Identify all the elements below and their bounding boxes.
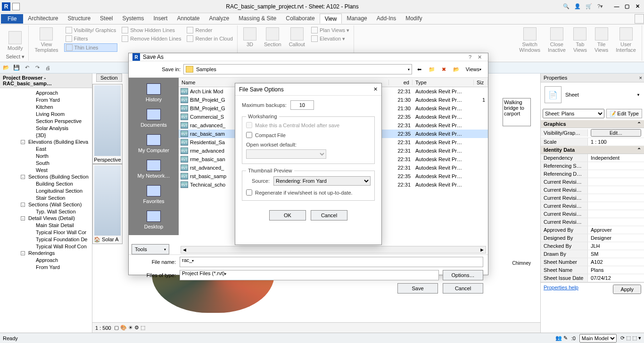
properties-help-link[interactable]: Properties help (544, 285, 578, 294)
callout-button[interactable]: Callout (286, 26, 308, 48)
menu-architecture[interactable]: Architecture (23, 14, 63, 24)
pb-item[interactable]: ⋯Solar Analysis (0, 124, 92, 131)
qt-print-icon[interactable]: 🖨 (43, 64, 52, 72)
zoom-label[interactable]: 1 : 500 (95, 325, 111, 331)
elevation-button[interactable]: Elevation ▾ (310, 35, 351, 42)
pb-item[interactable]: ⋯Stair Section (0, 194, 92, 201)
new-folder-icon[interactable]: 📂 (452, 65, 461, 74)
select-group-label[interactable]: Select ▾ (5, 54, 25, 60)
menu-annotate[interactable]: Annotate (172, 14, 204, 24)
doc-icon[interactable] (12, 3, 20, 10)
save-in-combo[interactable]: Samples ▾ (183, 64, 412, 74)
pb-item[interactable]: -Renderings (0, 250, 92, 256)
menu-analyze[interactable]: Analyze (205, 14, 234, 24)
status-icon-group[interactable]: 👥 ✎ (555, 335, 568, 341)
files-of-type-select[interactable]: Project Files (*.rvt)▾ (180, 270, 439, 280)
pb-item[interactable]: ⋯South (0, 159, 92, 166)
show-hidden-button[interactable]: Show Hidden Lines (120, 26, 182, 34)
up-folder-icon[interactable]: 📁 (427, 65, 437, 74)
delete-icon[interactable]: ✖ (439, 65, 449, 74)
place-documents[interactable]: Documents (131, 106, 176, 131)
restore-button[interactable]: ▢ (622, 3, 632, 10)
menu-collaborate[interactable]: Collaborate (281, 14, 319, 24)
tab-views-button[interactable]: Tab Views (570, 26, 590, 54)
pb-item[interactable]: ⋯From Yard (0, 96, 92, 103)
close-button[interactable]: ✕ (633, 3, 642, 10)
prop-row[interactable]: Current Revisi… (541, 218, 644, 226)
prop-row[interactable]: Scale1 : 100 (541, 138, 644, 146)
save-as-close-icon[interactable]: ✕ (475, 54, 484, 60)
properties-type[interactable]: 📄 Sheet ▼ (541, 82, 644, 107)
menu-modify[interactable]: Modify (401, 14, 427, 24)
edit-type-button[interactable]: 📝 Edit Type (606, 109, 642, 118)
col-date[interactable]: ed (389, 80, 413, 85)
section-expand-icon[interactable]: ⌃ (637, 121, 641, 127)
status-right-icons[interactable]: ⟳ ⬚ ⬚ ▾ (620, 335, 641, 341)
save-as-help-icon[interactable]: ? (465, 54, 475, 60)
prop-row[interactable]: Current Revisi… (541, 186, 644, 194)
regenerate-checkbox[interactable] (246, 189, 252, 196)
pb-item[interactable]: ⋯{3D} (0, 131, 92, 139)
filters-button[interactable]: Filters (64, 35, 118, 42)
views-menu[interactable]: Views ▾ (464, 65, 483, 74)
viewport-tab[interactable]: Section (96, 74, 122, 82)
status-workset-select[interactable]: Main Model (579, 334, 617, 343)
edit-button[interactable]: Edit… (591, 129, 641, 137)
fso-cancel-button[interactable]: Cancel (311, 210, 347, 220)
properties-apply-button[interactable]: Apply (613, 285, 641, 294)
fso-close-icon[interactable]: ✕ (373, 86, 378, 92)
file-list-scrollbar[interactable]: ◄► (181, 246, 486, 253)
prop-row[interactable]: Visibility/Grap…Edit… (541, 128, 644, 138)
view-templates-button[interactable]: View Templates (32, 26, 61, 54)
pb-item[interactable]: ⋯Typ. Wall Section (0, 208, 92, 215)
vp-icons[interactable]: ▢ 🎨 ☀ ⚙ ⬚ (114, 325, 145, 331)
thin-lines-button[interactable]: Thin Lines (64, 43, 118, 52)
help-icon[interactable]: ?▾ (596, 2, 604, 11)
close-inactive-button[interactable]: Close Inactive (545, 26, 569, 54)
menu-massingsite[interactable]: Massing & Site (234, 14, 281, 24)
pb-item[interactable]: ⋯Approach (0, 256, 92, 263)
project-browser-tree[interactable]: ⋯Approach⋯From Yard⋯Kitchen⋯Living Room⋯… (0, 88, 92, 271)
options-button[interactable]: Options… (443, 270, 483, 280)
properties-close-icon[interactable]: × (639, 75, 642, 81)
tools-button[interactable]: Tools▾ (132, 244, 169, 254)
pb-item[interactable]: ⋯Typical Foundation De (0, 236, 92, 243)
render-cloud-button[interactable]: Render in Cloud (185, 35, 234, 42)
pb-item[interactable]: ⋯Approach (0, 89, 92, 96)
thumb-solar[interactable]: 🏠 Solar A (92, 164, 123, 244)
search-icon[interactable]: 🔍 (562, 2, 570, 11)
prop-row[interactable]: Sheet NumberA102 (541, 258, 644, 266)
pb-item[interactable]: ⋯Kitchen (0, 103, 92, 110)
render-button[interactable]: Render (185, 26, 234, 34)
chevron-down-icon[interactable]: ▼ (636, 93, 640, 97)
prop-row[interactable]: Current Revisi… (541, 194, 644, 202)
prop-row[interactable]: Referencing S… (541, 162, 644, 170)
file-menu[interactable]: File (1, 14, 23, 24)
scroll-left-icon[interactable]: ◄ (182, 247, 187, 253)
prop-row[interactable]: Checked ByJLH (541, 242, 644, 250)
menu-extra-icon[interactable] (635, 14, 644, 24)
menu-view[interactable]: View (320, 14, 342, 24)
place-desktop[interactable]: Desktop (131, 208, 176, 232)
tile-views-button[interactable]: Tile Views (592, 26, 611, 54)
prop-row[interactable]: Approved ByApprover (541, 226, 644, 234)
prop-row[interactable]: Drawn BySM (541, 250, 644, 258)
pb-item[interactable]: ⋯West (0, 166, 92, 173)
modify-tool[interactable]: Modify (5, 30, 25, 52)
pb-item[interactable]: ⋯East (0, 145, 92, 152)
prop-row[interactable]: Current Revisi… (541, 210, 644, 218)
menu-steel[interactable]: Steel (95, 14, 117, 24)
max-backups-input[interactable] (290, 100, 314, 110)
menu-structure[interactable]: Structure (63, 14, 95, 24)
pb-item[interactable]: -Sections (Wall Section) (0, 201, 92, 208)
thumb-perspective[interactable]: Perspective (92, 84, 123, 164)
qt-undo-icon[interactable]: ↶ (23, 64, 31, 72)
prop-row[interactable]: Sheet Issue Date07/24/12 (541, 274, 644, 282)
source-select[interactable]: Rendering: From Yard (273, 176, 371, 186)
qt-open-icon[interactable]: 📂 (2, 64, 10, 72)
scroll-right-icon[interactable]: ► (479, 247, 485, 253)
prop-row[interactable]: Designed ByDesigner (541, 234, 644, 242)
compact-file-check[interactable]: Compact File (246, 132, 371, 138)
minimize-button[interactable]: — (612, 3, 621, 10)
plan-views-button[interactable]: Plan Views ▾ (310, 26, 351, 34)
